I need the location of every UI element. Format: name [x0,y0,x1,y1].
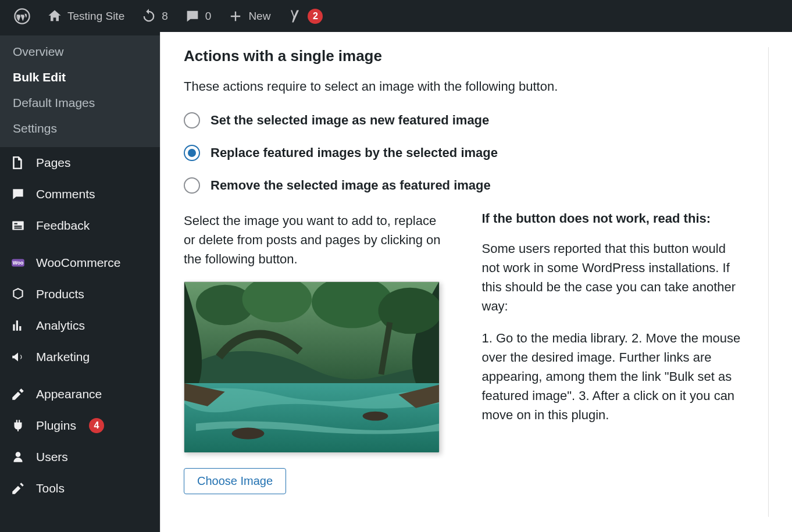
admin-sidebar: OverviewBulk EditDefault ImagesSettings … [0,32,160,532]
choose-image-button[interactable]: Choose Image [184,468,286,494]
products-icon [10,287,26,302]
appearance-icon [10,387,26,402]
menu-label: Marketing [36,350,90,364]
menu-label: Tools [36,481,65,495]
submenu-item-settings[interactable]: Settings [0,116,160,141]
menu-label: Users [36,450,68,464]
yoast-icon [287,8,303,24]
menu-item-pages[interactable]: Pages [0,147,160,178]
submenu-item-default-images[interactable]: Default Images [0,90,160,116]
radio-label: Remove the selected image as featured im… [211,178,491,193]
site-name: Testing Site [67,10,124,23]
menu-item-products[interactable]: Products [0,279,160,310]
radio-input[interactable] [184,145,200,161]
left-column: Select the image you want to add to, rep… [184,211,447,494]
tools-icon [10,481,26,496]
svg-rect-2 [15,223,17,224]
menu-label: Analytics [36,319,85,333]
comments-button[interactable]: 0 [176,0,220,32]
svg-point-13 [232,427,265,439]
menu-item-users[interactable]: Users [0,441,160,473]
radio-option-0[interactable]: Set the selected image as new featured i… [184,112,745,128]
new-label: New [248,10,270,23]
menu-label: Plugins [36,419,76,433]
plugins-icon [10,418,26,433]
select-instructions: Select the image you want to add to, rep… [184,211,447,269]
menu-item-marketing[interactable]: Marketing [0,341,160,373]
content-area: Actions with a single image These action… [160,32,792,532]
woo-icon: Woo [10,255,26,270]
svg-rect-3 [15,226,22,227]
new-button[interactable]: New [219,0,279,32]
wp-logo-button[interactable] [6,0,38,32]
comments-icon [10,187,26,202]
updates-button[interactable]: 8 [133,0,176,32]
radio-input[interactable] [184,112,200,128]
submenu-item-overview[interactable]: Overview [0,39,160,65]
users-icon [10,449,26,465]
menu-label: WooCommerce [36,256,120,270]
menu-item-woocommerce[interactable]: WooWooCommerce [0,247,160,279]
help-paragraph-2: 1. Go to the media library. 2. Move the … [482,329,745,424]
radio-label: Replace featured images by the selected … [211,145,498,160]
yoast-button[interactable]: 2 [279,0,331,32]
radio-group: Set the selected image as new featured i… [184,112,745,194]
menu-item-comments[interactable]: Comments [0,178,160,210]
marketing-icon [10,349,26,365]
wordpress-icon [14,8,30,24]
menu-label: Appearance [36,387,102,401]
radio-label: Set the selected image as new featured i… [211,113,489,128]
image-preview [184,281,440,453]
menu-item-tools[interactable]: Tools [0,473,160,504]
help-heading: If the button does not work, read this: [482,211,745,226]
menu-item-appearance[interactable]: Appearance [0,379,160,410]
feedback-icon [10,218,26,233]
right-column: If the button does not work, read this: … [482,211,745,494]
radio-option-2[interactable]: Remove the selected image as featured im… [184,177,745,194]
updates-count: 8 [162,10,168,23]
svg-rect-4 [15,227,22,228]
menu-item-plugins[interactable]: Plugins4 [0,410,160,441]
radio-option-1[interactable]: Replace featured images by the selected … [184,145,745,161]
count-badge: 4 [89,418,104,433]
svg-text:Woo: Woo [13,260,24,266]
pages-icon [10,155,26,170]
plus-icon [227,8,244,24]
updates-icon [141,8,157,24]
comments-count: 0 [205,10,212,23]
menu-label: Comments [36,187,95,201]
home-icon [47,8,63,24]
admin-bar: Testing Site 8 0 New 2 [0,0,792,32]
menu-item-analytics[interactable]: Analytics [0,310,160,341]
menu-label: Pages [36,156,71,170]
menu-label: Products [36,287,84,301]
menu-label: Feedback [36,219,90,233]
help-paragraph-1: Some users reported that this button wou… [482,239,745,316]
menu-item-feedback[interactable]: Feedback [0,210,160,241]
submenu: OverviewBulk EditDefault ImagesSettings [0,35,160,147]
svg-point-14 [363,411,388,420]
section-lead: These actions require to select an image… [184,78,745,96]
site-link[interactable]: Testing Site [38,0,133,32]
comments-icon [184,8,201,24]
submenu-item-bulk-edit[interactable]: Bulk Edit [0,65,160,90]
radio-input[interactable] [184,177,200,194]
section-heading: Actions with a single image [184,47,745,65]
yoast-badge: 2 [308,9,323,24]
analytics-icon [10,318,26,333]
